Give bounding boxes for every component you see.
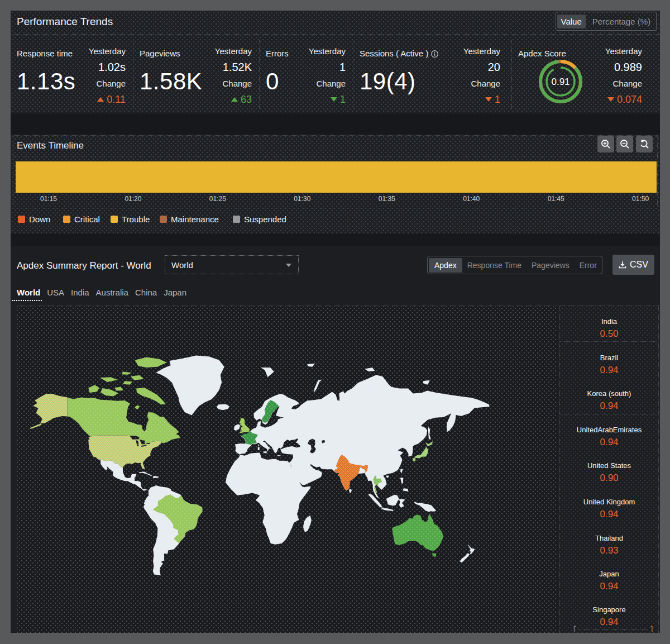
svg-text:0.91: 0.91 <box>551 77 570 87</box>
